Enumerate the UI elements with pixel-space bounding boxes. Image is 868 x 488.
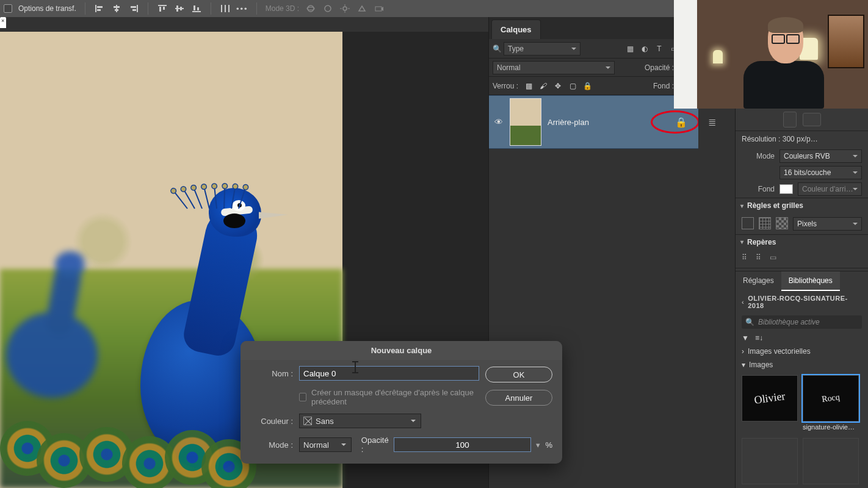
sort-icon[interactable]: ≡↓ — [755, 334, 763, 342]
3d-orbit-icon[interactable] — [305, 3, 316, 14]
filter-kind-select[interactable]: Type — [504, 42, 580, 56]
portrait-icon[interactable] — [783, 112, 797, 127]
guides-section[interactable]: ▾ Repères — [736, 234, 868, 250]
svg-rect-7 — [131, 6, 136, 8]
ruler-icon[interactable] — [742, 217, 754, 229]
filter-adjust-icon[interactable]: ◐ — [638, 43, 651, 55]
svg-rect-2 — [97, 9, 101, 11]
bit-depth-select[interactable]: 16 bits/couche — [779, 166, 862, 179]
vectors-label: Images vectorielles — [748, 347, 811, 356]
svg-rect-0 — [95, 5, 96, 12]
library-tabs: Réglages Bibliothèques — [736, 271, 868, 291]
lock-pixels-icon[interactable]: ▩ — [523, 81, 534, 92]
align-right-icon[interactable] — [128, 3, 139, 14]
properties-panel: Résolution : 300 px/p… Mode Couleurs RVB… — [735, 109, 868, 488]
percent-label: % — [545, 440, 552, 450]
layer-comp-icons[interactable]: ≣ — [702, 110, 722, 134]
clipping-mask-label: Créer un masque d'écrêtage d'après le ca… — [311, 388, 479, 406]
images-section[interactable]: ▾ Images — [736, 358, 868, 371]
library-thumb-3[interactable] — [742, 438, 798, 484]
chevron-down-icon: ▾ — [742, 361, 745, 369]
tab-adjustments[interactable]: Réglages — [736, 271, 781, 291]
rulers-grids-section[interactable]: ▾ Règles et grilles — [736, 198, 868, 214]
color-select[interactable]: Sans — [299, 414, 421, 428]
transform-options-checkbox[interactable] — [4, 4, 12, 13]
rulers-grids-label: Règles et grilles — [747, 201, 803, 210]
chevron-down-icon[interactable]: ▾ — [536, 440, 540, 450]
align-left-icon[interactable] — [94, 3, 105, 14]
align-bottom-icon[interactable] — [191, 3, 202, 14]
filter-pixel-icon[interactable]: ▦ — [624, 43, 636, 55]
ok-button[interactable]: OK — [485, 367, 552, 382]
lock-position-icon[interactable]: ✥ — [552, 81, 563, 92]
lock-icon[interactable]: 🔒 — [675, 117, 687, 128]
layer-name-input[interactable] — [299, 366, 479, 381]
cancel-button[interactable]: Annuler — [485, 390, 552, 406]
vectors-section[interactable]: › Images vectorielles — [736, 345, 868, 358]
background-select[interactable]: Couleur d'arri… — [798, 182, 862, 196]
library-thumbs: Olivier Rocq signature-olivie… — [736, 371, 868, 434]
3d-extrude-icon[interactable] — [356, 3, 367, 14]
separator — [256, 2, 257, 15]
landscape-icon[interactable] — [803, 113, 821, 126]
layer-row-background[interactable]: 👁 Arrière-plan 🔒 — [489, 95, 698, 149]
chevron-down-icon: ▾ — [740, 203, 743, 209]
document-tab[interactable]: × — [0, 17, 6, 28]
name-label: Nom : — [250, 369, 293, 378]
doc-orientation-icons — [736, 109, 868, 131]
svg-rect-3 — [116, 5, 117, 12]
3d-sphere-icon[interactable] — [322, 3, 333, 14]
mode-select[interactable]: Normal — [299, 437, 352, 452]
lock-all-icon[interactable]: 🔒 — [582, 81, 593, 92]
library-thumb-4[interactable] — [803, 438, 859, 484]
mode3d-label: Mode 3D : — [266, 4, 299, 13]
align-hcenter-icon[interactable] — [111, 3, 122, 14]
3d-light-icon[interactable] — [339, 3, 350, 14]
guides-label: Repères — [747, 238, 776, 246]
guide-icon-2[interactable]: ⠿ — [756, 253, 761, 262]
library-thumb-2[interactable]: Rocq signature-olivie… — [803, 375, 859, 431]
checker-icon[interactable] — [776, 217, 788, 229]
chevron-left-icon: ‹ — [742, 298, 744, 306]
library-search[interactable]: 🔍 Bibliothèque active — [742, 315, 862, 329]
grid-icon[interactable] — [759, 217, 771, 229]
library-thumb-1[interactable]: Olivier — [742, 375, 798, 431]
svg-rect-18 — [221, 5, 222, 12]
3d-camera-icon[interactable] — [374, 3, 385, 14]
filter-type-icon[interactable]: T — [653, 43, 665, 55]
filter-icon[interactable]: ▼ — [742, 334, 749, 342]
rulers-unit-select[interactable]: Pixels — [793, 217, 862, 231]
svg-rect-5 — [115, 9, 118, 11]
clipping-mask-checkbox — [299, 393, 306, 401]
mode-label: Mode — [742, 152, 775, 160]
svg-rect-8 — [132, 9, 136, 11]
opacity-label: Opacité : — [645, 63, 674, 72]
tab-libraries[interactable]: Bibliothèques — [781, 271, 840, 291]
background-swatch[interactable] — [779, 184, 793, 194]
layers-tab[interactable]: Calques — [491, 20, 541, 39]
dialog-opacity-input[interactable] — [394, 437, 532, 452]
document-tab-bar: × — [0, 17, 488, 32]
lock-brush-icon[interactable]: 🖌 — [538, 81, 549, 92]
transform-options-label: Options de transf. — [18, 4, 76, 13]
lock-label: Verrou : — [493, 82, 518, 90]
color-mode-select[interactable]: Couleurs RVB — [779, 149, 862, 163]
distribute-icon[interactable] — [220, 3, 231, 14]
more-icon[interactable]: ••• — [237, 3, 248, 14]
blend-mode-select[interactable]: Normal — [493, 61, 615, 74]
svg-marker-29 — [359, 6, 365, 11]
guide-icon-3[interactable]: ▭ — [770, 253, 776, 262]
guide-icon-1[interactable]: ⠿ — [742, 253, 747, 262]
library-thumb-2-caption: signature-olivie… — [803, 422, 859, 431]
layer-thumbnail[interactable] — [510, 98, 541, 146]
images-label: Images — [749, 361, 773, 369]
library-name: OLIVIER-ROCQ-SIGNATURE-2018 — [748, 295, 862, 309]
svg-rect-19 — [225, 5, 226, 12]
svg-point-23 — [325, 5, 331, 12]
lock-artboard-icon[interactable]: ▢ — [567, 81, 578, 92]
align-top-icon[interactable] — [157, 3, 168, 14]
layer-name[interactable]: Arrière-plan — [548, 118, 589, 127]
library-breadcrumb[interactable]: ‹ OLIVIER-ROCQ-SIGNATURE-2018 — [736, 291, 868, 313]
align-vcenter-icon[interactable] — [174, 3, 185, 14]
visibility-icon[interactable]: 👁 — [494, 117, 504, 127]
